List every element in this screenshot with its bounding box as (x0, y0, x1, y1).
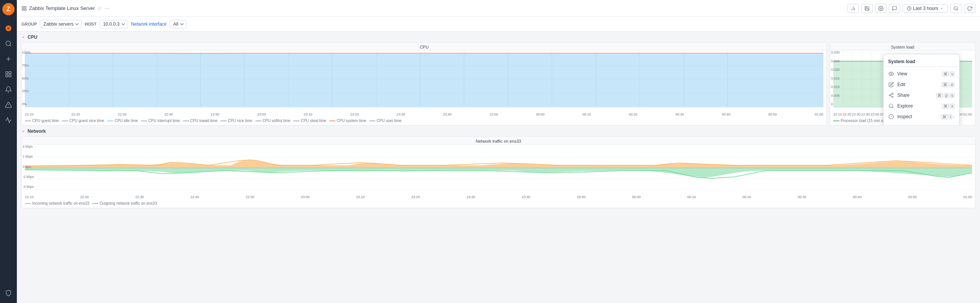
share-icon (888, 92, 894, 98)
more-arrow-icon: › (953, 125, 955, 125)
svg-line-74 (890, 96, 892, 96)
settings-button[interactable] (875, 4, 887, 13)
network-interface-label: Network interface (131, 21, 167, 27)
filterbar: Group Zabbix servers Host 10.0.0.3 Netwo… (17, 17, 980, 31)
explore-icon (888, 103, 894, 109)
network-chart-title: Network traffic on ens33 (22, 137, 975, 145)
grid-icon (21, 6, 27, 11)
svg-line-3 (10, 45, 11, 46)
sidebar-item-monitoring[interactable] (2, 21, 15, 35)
refresh-button[interactable] (964, 4, 975, 13)
menu-share-shortcut: ⌘ps (936, 93, 955, 98)
svg-rect-7 (9, 72, 11, 73)
svg-point-73 (892, 96, 893, 98)
menu-share-label: Share (897, 93, 933, 98)
svg-rect-13 (25, 6, 26, 8)
menu-inspect-shortcut: ⌘i › (941, 114, 955, 119)
group-label: Group (21, 22, 37, 26)
cpu-chart-svg (25, 52, 823, 108)
sysload-chart-panel: System load (830, 42, 975, 125)
comment-button[interactable] (889, 4, 900, 13)
save-button[interactable] (861, 4, 873, 13)
cpu-section-label: CPU (28, 34, 37, 40)
host-select[interactable]: 10.0.0.3 (100, 20, 128, 28)
eye-icon (888, 71, 894, 77)
time-range-button[interactable]: Last 3 hours (903, 4, 948, 13)
menu-explore-shortcut: ⌘x (942, 104, 955, 109)
content-area: CPU CPU (17, 31, 980, 303)
cpu-chart-body: 100% 75% 50% 25% 0% (22, 50, 826, 112)
network-section-header[interactable]: Network (21, 129, 975, 134)
network-chart-panel: Network traffic on ens33 (21, 136, 975, 208)
network-interface-select[interactable]: All (170, 20, 187, 28)
svg-rect-14 (22, 9, 24, 10)
svg-point-71 (892, 93, 893, 94)
menu-item-edit[interactable]: Edit ⌘e (883, 79, 959, 90)
host-label: Host (85, 22, 97, 26)
context-menu-title: System load (883, 56, 959, 67)
menu-item-share[interactable]: Share ⌘ps (883, 90, 959, 101)
svg-line-75 (890, 94, 892, 95)
svg-point-2 (6, 41, 10, 46)
svg-rect-8 (6, 75, 8, 77)
menu-item-inspect[interactable]: Inspect ⌘i › (883, 111, 959, 122)
svg-point-76 (889, 104, 893, 108)
menu-item-explore[interactable]: Explore ⌘x (883, 101, 959, 111)
menu-item-view[interactable]: View ⌘v (883, 68, 959, 79)
zoom-out-button[interactable] (950, 4, 962, 13)
cpu-section-header[interactable]: CPU (21, 34, 975, 40)
topbar: Zabbix Template Linux Server ☆ ⋯ Last 3 … (17, 0, 980, 17)
menu-edit-shortcut: ⌘e (942, 82, 955, 87)
svg-line-22 (957, 9, 958, 10)
svg-line-77 (892, 107, 893, 108)
network-section-label: Network (28, 129, 46, 134)
inspect-icon (888, 114, 894, 120)
menu-view-shortcut: ⌘v (942, 72, 955, 77)
cpu-chart-legend: CPU guest time CPU guest nice time CPU i… (22, 117, 826, 125)
group-select[interactable]: Zabbix servers (40, 20, 82, 28)
menu-explore-label: Explore (897, 103, 939, 109)
edit-icon (888, 81, 894, 88)
sysload-chart-title: System load (830, 42, 975, 50)
more-icon (888, 124, 894, 125)
context-menu: System load View ⌘v (883, 54, 960, 125)
sidebar-item-reports[interactable] (2, 113, 15, 127)
page-title: Zabbix Template Linux Server (29, 5, 95, 11)
main-area: Zabbix Template Linux Server ☆ ⋯ Last 3 … (17, 0, 980, 303)
svg-point-19 (880, 8, 882, 9)
menu-more-label: More... (897, 125, 950, 125)
topbar-actions: Last 3 hours (847, 4, 975, 13)
sidebar-item-administration[interactable] (2, 286, 15, 300)
sidebar-item-dashboard[interactable] (2, 67, 15, 81)
sidebar: Z (0, 0, 17, 303)
svg-rect-12 (22, 6, 24, 8)
cpu-section: CPU CPU (21, 34, 975, 125)
network-chart-body: 4 kbps 2 kbps 0 bps -2 kbps -4 kbps (22, 145, 975, 194)
sidebar-item-alerts[interactable] (2, 83, 15, 96)
star-icon[interactable]: ☆ (97, 5, 102, 11)
network-section: Network Network traffic on ens33 (21, 129, 975, 208)
app-logo: Z (2, 3, 15, 15)
menu-edit-label: Edit (897, 82, 939, 87)
network-chart-svg (25, 146, 972, 190)
cpu-chart-title: CPU (22, 42, 826, 50)
menu-inspect-label: Inspect (897, 114, 938, 119)
sidebar-item-problems[interactable] (2, 98, 15, 112)
svg-point-70 (890, 73, 892, 75)
svg-rect-6 (6, 72, 8, 73)
time-range-label: Last 3 hours (913, 6, 938, 11)
network-chart-legend: Incoming network traffic on ens33 Outgoi… (22, 200, 975, 208)
network-chart-container: Network traffic on ens33 (21, 136, 975, 208)
svg-rect-9 (9, 75, 11, 77)
sidebar-item-search[interactable] (2, 37, 15, 50)
cpu-chart-panel: CPU (21, 42, 827, 125)
cpu-charts-row: CPU (21, 42, 975, 125)
svg-rect-15 (25, 9, 26, 10)
svg-text:Z: Z (7, 6, 10, 12)
menu-item-more[interactable]: More... › (883, 122, 959, 125)
sidebar-item-create[interactable] (2, 52, 15, 66)
svg-point-72 (889, 94, 891, 96)
menu-view-label: View (897, 71, 939, 77)
chart-type-button[interactable] (847, 4, 859, 13)
share-icon[interactable]: ⋯ (105, 5, 110, 11)
